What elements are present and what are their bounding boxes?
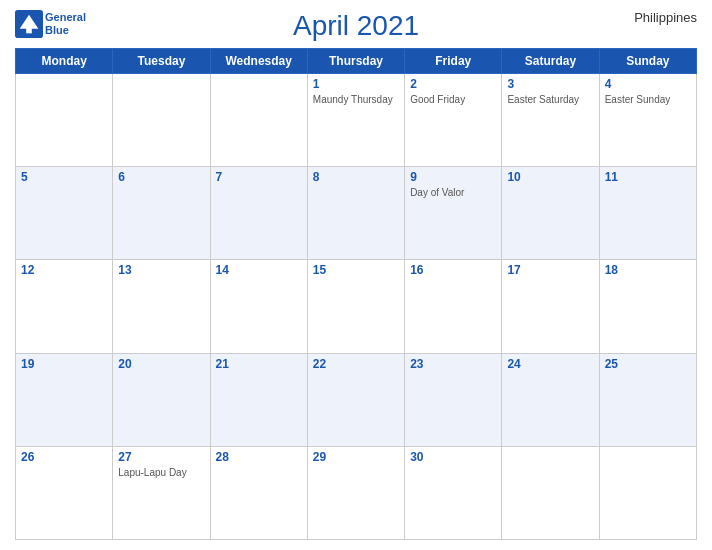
table-row: 13 bbox=[113, 260, 210, 353]
calendar-row-4: 2627Lapu-Lapu Day282930 bbox=[16, 446, 697, 539]
day-number: 5 bbox=[21, 170, 107, 184]
holiday-name: Good Friday bbox=[410, 93, 496, 106]
table-row: 22 bbox=[307, 353, 404, 446]
table-row: 17 bbox=[502, 260, 599, 353]
col-friday: Friday bbox=[405, 49, 502, 74]
logo-line2: Blue bbox=[45, 24, 69, 36]
day-number: 22 bbox=[313, 357, 399, 371]
col-wednesday: Wednesday bbox=[210, 49, 307, 74]
weekday-header-row: Monday Tuesday Wednesday Thursday Friday… bbox=[16, 49, 697, 74]
holiday-name: Day of Valor bbox=[410, 186, 496, 199]
logo: General Blue bbox=[15, 10, 86, 38]
day-number: 6 bbox=[118, 170, 204, 184]
day-number: 18 bbox=[605, 263, 691, 277]
col-saturday: Saturday bbox=[502, 49, 599, 74]
calendar-row-3: 19202122232425 bbox=[16, 353, 697, 446]
day-number: 15 bbox=[313, 263, 399, 277]
day-number: 1 bbox=[313, 77, 399, 91]
table-row: 1Maundy Thursday bbox=[307, 74, 404, 167]
table-row: 14 bbox=[210, 260, 307, 353]
table-row: 20 bbox=[113, 353, 210, 446]
country-label: Philippines bbox=[634, 10, 697, 25]
table-row: 10 bbox=[502, 167, 599, 260]
table-row: 15 bbox=[307, 260, 404, 353]
day-number: 14 bbox=[216, 263, 302, 277]
calendar-row-1: 56789Day of Valor1011 bbox=[16, 167, 697, 260]
table-row: 8 bbox=[307, 167, 404, 260]
calendar-header: General Blue April 2021 Philippines bbox=[15, 10, 697, 42]
day-number: 23 bbox=[410, 357, 496, 371]
day-number: 28 bbox=[216, 450, 302, 464]
table-row: 19 bbox=[16, 353, 113, 446]
table-row: 6 bbox=[113, 167, 210, 260]
table-row: 4Easter Sunday bbox=[599, 74, 696, 167]
table-row: 29 bbox=[307, 446, 404, 539]
holiday-name: Easter Saturday bbox=[507, 93, 593, 106]
col-tuesday: Tuesday bbox=[113, 49, 210, 74]
col-monday: Monday bbox=[16, 49, 113, 74]
day-number: 29 bbox=[313, 450, 399, 464]
calendar-container: General Blue April 2021 Philippines Mond… bbox=[0, 0, 712, 550]
day-number: 20 bbox=[118, 357, 204, 371]
table-row bbox=[502, 446, 599, 539]
table-row: 25 bbox=[599, 353, 696, 446]
day-number: 2 bbox=[410, 77, 496, 91]
day-number: 26 bbox=[21, 450, 107, 464]
table-row: 24 bbox=[502, 353, 599, 446]
table-row: 21 bbox=[210, 353, 307, 446]
svg-rect-2 bbox=[26, 27, 32, 34]
day-number: 13 bbox=[118, 263, 204, 277]
logo-icon bbox=[15, 10, 43, 38]
day-number: 21 bbox=[216, 357, 302, 371]
day-number: 9 bbox=[410, 170, 496, 184]
holiday-name: Easter Sunday bbox=[605, 93, 691, 106]
table-row bbox=[599, 446, 696, 539]
table-row: 3Easter Saturday bbox=[502, 74, 599, 167]
table-row bbox=[16, 74, 113, 167]
logo-line1: General bbox=[45, 11, 86, 23]
table-row bbox=[210, 74, 307, 167]
day-number: 25 bbox=[605, 357, 691, 371]
table-row: 30 bbox=[405, 446, 502, 539]
table-row: 16 bbox=[405, 260, 502, 353]
table-row: 28 bbox=[210, 446, 307, 539]
table-row: 26 bbox=[16, 446, 113, 539]
table-row: 7 bbox=[210, 167, 307, 260]
day-number: 24 bbox=[507, 357, 593, 371]
table-row: 5 bbox=[16, 167, 113, 260]
table-row: 11 bbox=[599, 167, 696, 260]
day-number: 4 bbox=[605, 77, 691, 91]
col-sunday: Sunday bbox=[599, 49, 696, 74]
day-number: 16 bbox=[410, 263, 496, 277]
table-row: 27Lapu-Lapu Day bbox=[113, 446, 210, 539]
day-number: 17 bbox=[507, 263, 593, 277]
day-number: 7 bbox=[216, 170, 302, 184]
day-number: 19 bbox=[21, 357, 107, 371]
day-number: 10 bbox=[507, 170, 593, 184]
table-row bbox=[113, 74, 210, 167]
calendar-row-0: 1Maundy Thursday2Good Friday3Easter Satu… bbox=[16, 74, 697, 167]
calendar-row-2: 12131415161718 bbox=[16, 260, 697, 353]
calendar-table: Monday Tuesday Wednesday Thursday Friday… bbox=[15, 48, 697, 540]
table-row: 23 bbox=[405, 353, 502, 446]
table-row: 9Day of Valor bbox=[405, 167, 502, 260]
table-row: 18 bbox=[599, 260, 696, 353]
table-row: 2Good Friday bbox=[405, 74, 502, 167]
day-number: 27 bbox=[118, 450, 204, 464]
day-number: 12 bbox=[21, 263, 107, 277]
day-number: 3 bbox=[507, 77, 593, 91]
day-number: 30 bbox=[410, 450, 496, 464]
day-number: 11 bbox=[605, 170, 691, 184]
calendar-title: April 2021 bbox=[293, 10, 419, 42]
day-number: 8 bbox=[313, 170, 399, 184]
col-thursday: Thursday bbox=[307, 49, 404, 74]
holiday-name: Lapu-Lapu Day bbox=[118, 466, 204, 479]
holiday-name: Maundy Thursday bbox=[313, 93, 399, 106]
table-row: 12 bbox=[16, 260, 113, 353]
